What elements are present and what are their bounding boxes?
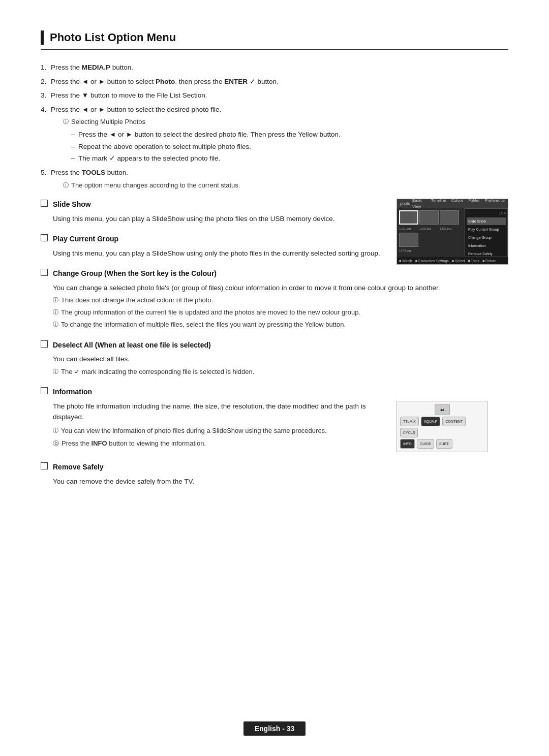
remote-btn-aquap: AQUA.P bbox=[421, 417, 440, 426]
remote-top-icon: 📷 bbox=[400, 404, 484, 415]
section-change-group: Change Group (When the Sort key is the C… bbox=[41, 268, 508, 330]
remote-buttons-image: 📷 TTLMIX AQUA.P CONTENT CYCLE bbox=[396, 401, 488, 453]
change-group-note-3: ⓘ To change the information of multiple … bbox=[53, 320, 508, 330]
information-note-icon-1: ⓘ bbox=[53, 426, 58, 435]
step5-note-icon: ⓘ bbox=[63, 181, 69, 190]
screenshot-menu-panel: 1/16 Slide Show Play Current Group Chang… bbox=[465, 208, 508, 257]
slide-show-checkbox bbox=[41, 200, 48, 207]
thumb-label-1: 1231.jpg bbox=[399, 227, 418, 232]
checkmark-2: ✓ bbox=[74, 368, 80, 375]
deselect-all-body: You can deselect all files. ⓘ The ✓ mark… bbox=[53, 354, 508, 377]
play-current-group-checkbox bbox=[41, 234, 48, 241]
slide-show-title: Slide Show bbox=[53, 199, 91, 210]
step-5: 5. Press the TOOLS button. ⓘ The option … bbox=[41, 167, 508, 191]
change-group-note-icon-2: ⓘ bbox=[53, 308, 58, 317]
ss-menu-information: Information bbox=[467, 242, 506, 249]
screenshot-inner: photo Basic View Timeline Colour Folder … bbox=[397, 199, 508, 264]
remote-btn-subt: SUBT. bbox=[436, 439, 452, 449]
step4-sub-notes: ⓘ Selecting Multiple Photos Press the ◄ … bbox=[63, 117, 508, 164]
sub-dash-list: Press the ◄ or ► button to select the de… bbox=[71, 129, 508, 164]
play-current-group-body: Using this menu, you can play a SlideSho… bbox=[53, 248, 386, 259]
section-remove-safely: Remove Safely You can remove the device … bbox=[41, 461, 508, 487]
ss-bottom-tools: ■ Tools bbox=[468, 258, 479, 264]
information-body: The photo file information including the… bbox=[53, 401, 508, 453]
change-group-note-text-1: This does not change the actual colour o… bbox=[61, 295, 213, 306]
note-icon-step4: ⓘ bbox=[63, 117, 69, 127]
deselect-all-title: Deselect All (When at least one file is … bbox=[53, 339, 211, 351]
thumb-2 bbox=[419, 210, 439, 225]
information-note-2: ⓑ Press the INFO button to viewing the i… bbox=[53, 438, 386, 449]
remote-btn-ttlmix: TTLMIX bbox=[400, 417, 419, 426]
ss-menu-change-group: Change Group bbox=[467, 234, 506, 241]
thumb-row-1 bbox=[399, 210, 463, 225]
dash-item-2: Repeat the above operation to select mul… bbox=[71, 141, 508, 152]
remote-icon-display: 📷 bbox=[435, 404, 450, 415]
thumb-label-4: 1234.jpg bbox=[399, 248, 463, 254]
deselect-all-note: ⓘ The ✓ mark indicating the correspondin… bbox=[53, 367, 508, 377]
change-group-checkbox bbox=[41, 269, 48, 276]
remove-safely-checkbox bbox=[41, 462, 48, 469]
screenshot-top-bar: photo Basic View Timeline Colour Folder … bbox=[397, 199, 508, 208]
remove-safely-body: You can remove the device safely from th… bbox=[53, 476, 508, 487]
information-note-1: ⓘ You can view the information of photo … bbox=[53, 426, 386, 436]
step-2: 2. Press the ◄ or ► button to select Pho… bbox=[41, 76, 508, 87]
deselect-all-note-icon: ⓘ bbox=[53, 367, 58, 376]
change-group-note-1: ⓘ This does not change the actual colour… bbox=[53, 295, 508, 306]
step5-note-row: ⓘ The option menu changes according to t… bbox=[63, 180, 508, 191]
thumb-label-2: 1332.jpg bbox=[419, 227, 439, 232]
main-steps-list: 1. Press the MEDIA.P button. 2. Press th… bbox=[41, 62, 508, 191]
thumb-labels: 1231.jpg 1332.jpg 1332.jpg bbox=[399, 226, 463, 232]
step-1: 1. Press the MEDIA.P button. bbox=[41, 62, 508, 73]
remote-btn-content: CONTENT bbox=[442, 417, 466, 426]
step5-bold-tools: TOOLS bbox=[82, 169, 105, 176]
remote-row-2: CYCLE bbox=[400, 428, 484, 437]
remote-btn-cycle: CYCLE bbox=[400, 428, 418, 437]
remote-btn-info: INFO bbox=[400, 439, 415, 449]
thumb-4 bbox=[399, 233, 418, 247]
section-play-current-group: Play Current Group Using this menu, you … bbox=[41, 233, 386, 259]
checkmark: ✓ bbox=[109, 154, 115, 162]
change-group-note-2: ⓘ The group information of the current f… bbox=[53, 307, 508, 318]
selecting-multiple-label: Selecting Multiple Photos bbox=[71, 117, 145, 128]
enter-symbol: ✓ bbox=[250, 78, 256, 85]
note-selecting-multiple: ⓘ Selecting Multiple Photos bbox=[63, 117, 508, 128]
information-title: Information bbox=[53, 386, 92, 397]
footer-badge: English - 33 bbox=[243, 721, 306, 736]
remote-image-col: 📷 TTLMIX AQUA.P CONTENT CYCLE bbox=[396, 401, 508, 453]
thumb-3 bbox=[440, 210, 459, 225]
page-title: Photo List Option Menu bbox=[50, 31, 176, 44]
section-information: Information The photo file information i… bbox=[41, 386, 508, 452]
dash-item-3: The mark ✓ appears to the selected photo… bbox=[71, 153, 508, 164]
step2-bold-enter: ENTER bbox=[224, 78, 248, 85]
deselect-all-checkbox bbox=[41, 340, 48, 348]
slide-show-body: Using this menu, you can play a SlideSho… bbox=[53, 213, 386, 225]
ss-title: photo bbox=[400, 201, 410, 207]
remove-safely-title: Remove Safely bbox=[53, 461, 104, 472]
section-deselect-all: Deselect All (When at least one file is … bbox=[41, 339, 508, 377]
thumb-label-3: 1332.jpg bbox=[440, 227, 459, 232]
remote-row-1: TTLMIX AQUA.P CONTENT bbox=[400, 417, 484, 426]
change-group-note-icon-3: ⓘ bbox=[53, 320, 58, 329]
remove-safely-header: Remove Safely bbox=[41, 461, 508, 472]
deselect-all-text: You can deselect all files. bbox=[53, 354, 508, 365]
change-group-note-icon-1: ⓘ bbox=[53, 296, 58, 305]
change-group-header: Change Group (When the Sort key is the C… bbox=[41, 268, 508, 279]
content-body: 1. Press the MEDIA.P button. 2. Press th… bbox=[41, 62, 508, 487]
remote-btn-guide: GUIDE bbox=[417, 439, 434, 449]
ss-menu-play-current: Play Current Group bbox=[467, 226, 506, 233]
information-note-text-2: Press the INFO button to viewing the inf… bbox=[62, 438, 206, 449]
screenshot-content-area: 1231.jpg 1332.jpg 1332.jpg 1234.jpg bbox=[397, 208, 508, 257]
screenshot-thumbs: 1231.jpg 1332.jpg 1332.jpg 1234.jpg bbox=[397, 208, 465, 257]
section-slide-show: Slide Show Using this menu, you can play… bbox=[41, 199, 386, 224]
information-note-icon-2: ⓑ bbox=[53, 439, 59, 449]
remove-safely-text: You can remove the device safely from th… bbox=[53, 476, 508, 487]
slide-show-play-group-section: Slide Show Using this menu, you can play… bbox=[41, 199, 508, 268]
remote-row-3: INFO GUIDE SUBT. bbox=[400, 439, 484, 449]
dash-item-1: Press the ◄ or ► button to select the de… bbox=[71, 129, 508, 140]
photo-menu-image: photo Basic View Timeline Colour Folder … bbox=[396, 199, 508, 265]
change-group-body: You can change a selected photo file's (… bbox=[53, 282, 508, 330]
thumb-row-2 bbox=[399, 233, 463, 247]
information-header: Information bbox=[41, 386, 508, 397]
slide-show-header: Slide Show bbox=[41, 199, 386, 210]
ss-menu-counter: 1/16 bbox=[467, 210, 506, 216]
